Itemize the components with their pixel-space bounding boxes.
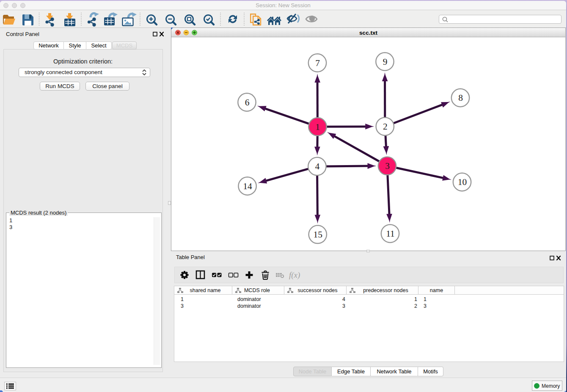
svg-text:14: 14 bbox=[243, 181, 252, 191]
svg-text:4: 4 bbox=[315, 161, 320, 171]
svg-text:6: 6 bbox=[245, 97, 250, 108]
svg-text:9: 9 bbox=[383, 57, 388, 67]
svg-text:1: 1 bbox=[315, 122, 320, 132]
svg-text:2: 2 bbox=[383, 121, 388, 132]
svg-text:f(x): f(x) bbox=[289, 271, 300, 280]
svg-text:11: 11 bbox=[386, 229, 395, 239]
svg-text:15: 15 bbox=[314, 229, 323, 240]
svg-text:7: 7 bbox=[315, 58, 320, 68]
svg-text:3: 3 bbox=[385, 161, 390, 171]
svg-text:10: 10 bbox=[458, 177, 467, 187]
svg-text:8: 8 bbox=[458, 93, 463, 103]
